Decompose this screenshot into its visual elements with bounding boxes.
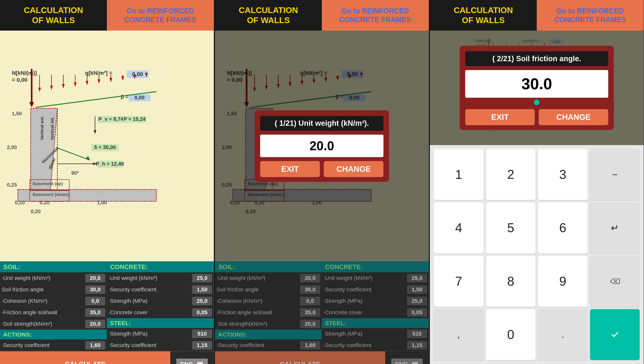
concrete-row-2: ·Strength (MPa) 25,0	[107, 295, 214, 307]
steel-value-row-0[interactable]: 510	[192, 330, 212, 338]
numpad-key-confirm[interactable]	[590, 309, 640, 360]
svg-text:2,00: 2,00	[7, 144, 17, 150]
numpad-key-2[interactable]: 2	[486, 149, 536, 200]
soil-value-row-0[interactable]: 20,0	[85, 274, 105, 282]
goto-frames-btn-1[interactable]: Go to REINFORCEDCONCRETE FRAMES	[107, 0, 214, 30]
app-title-3: CALCULATIONOF WALLS	[430, 0, 537, 30]
concrete-label-row-1: ·Security coefficient.	[108, 286, 192, 293]
panel-3-header: CALCULATIONOF WALLS Go to REINFORCEDCONC…	[430, 0, 643, 30]
numpad-key-5[interactable]: 5	[486, 202, 536, 253]
steel-row-2-0: ·Strength (MPa) 510	[322, 328, 429, 340]
numpad-row-4: , 0 .	[434, 309, 640, 360]
concrete-label-2: CONCRETE:	[325, 263, 363, 271]
soil-value-row-3[interactable]: 35,0	[85, 308, 105, 316]
numpad-key-8[interactable]: 8	[486, 256, 536, 307]
svg-text:δ = 35,00: δ = 35,00	[94, 144, 116, 150]
svg-text:0,25: 0,25	[7, 182, 17, 188]
svg-text:0,00: 0,00	[135, 94, 145, 100]
svg-text:= 0,00: = 0,00	[12, 77, 28, 83]
soil-row-2-4: ·Soil strength(kN/m²) 20,0	[215, 318, 321, 330]
data-area-2: SOIL: CONCRETE: ·Unit weight (kN/m³) 20,…	[215, 261, 429, 364]
numpad-key-enter[interactable]: ↵	[590, 202, 640, 253]
actions-header-2: ACTIONS:	[215, 330, 321, 340]
concrete-label-1: CONCRETE:	[110, 263, 148, 271]
soil-label-row-1: Soil friction angle	[2, 286, 85, 293]
numpad-row-3: 7 8 9	[434, 256, 640, 307]
numpad-key-dot[interactable]: .	[538, 309, 588, 360]
soil-row-2-2: ·Cohesion (KN/m²) 0,0	[215, 295, 321, 307]
steel-row-2-1: ·Security coefficient 1,15	[322, 340, 429, 351]
app-title-1: CALCULATIONOF WALLS	[0, 0, 107, 30]
concrete-value-row-1[interactable]: 1,50	[192, 286, 212, 294]
panel-2-header: CALCULATIONOF WALLS Go to REINFORCEDCONC…	[215, 0, 429, 30]
numpad-key-comma[interactable]: ,	[434, 309, 484, 360]
soil-row-3: ·Friction angle soil/wall 35,0	[0, 307, 107, 318]
goto-frames-label-2: Go to REINFORCEDCONCRETE FRAMES	[339, 7, 411, 24]
numpad-key-4[interactable]: 4	[434, 202, 484, 253]
calculate-btn-2[interactable]: CALCULATE	[215, 351, 385, 364]
modal-exit-btn-3[interactable]: EXIT	[465, 109, 535, 125]
modal-buttons-3: EXIT CHANGE	[465, 109, 608, 125]
wall-diagram-1: N[kN/(m)] = 0,00 q[kN/m²] = 0,00 β = 0,0…	[0, 30, 214, 261]
app-title-text-2: CALCULATIONOF WALLS	[239, 5, 298, 25]
numpad-key-7[interactable]: 7	[434, 256, 484, 307]
concrete-value-row-2[interactable]: 25,0	[192, 297, 212, 305]
soil-label-row-4: ·Soil strength(kN/m²)	[2, 321, 85, 327]
soil-row-2-0: ·Unit weight (kN/m³) 20,0	[215, 272, 321, 284]
svg-text:P = 15,24: P = 15,24	[123, 116, 146, 122]
numpad-key-minus[interactable]: −	[590, 149, 640, 200]
numpad-key-1[interactable]: 1	[434, 149, 484, 200]
modal-title-2: ( 1/21) Unit weight (kN/m³).	[260, 116, 384, 131]
numpad-key-3[interactable]: 3	[538, 149, 588, 200]
modal-exit-btn-2[interactable]: EXIT	[260, 161, 320, 177]
concrete-row-3: ·Concrete cover 0,05	[107, 307, 214, 318]
goto-frames-label-1: Go to REINFORCEDCONCRETE FRAMES	[124, 7, 196, 24]
concrete-value-row-3[interactable]: 0,05	[192, 308, 212, 316]
modal-buttons-2: EXIT CHANGE	[260, 161, 384, 177]
numpad-key-0[interactable]: 0	[486, 309, 536, 360]
steel-row-0: ·Strength (MPa) 510	[107, 328, 214, 340]
soil-row-2-3: ·Friction angle soil/wall 35,0	[215, 307, 321, 318]
svg-text:0,20: 0,20	[40, 200, 50, 206]
modal-title-3: ( 2/21) Soil friction angle.	[465, 51, 608, 66]
soil-value-row-4[interactable]: 20,0	[85, 320, 105, 328]
data-rows-2: ·Unit weight (kN/m³) 20,0 Soil friction …	[215, 272, 429, 351]
numpad-key-6[interactable]: 6	[538, 202, 588, 253]
modal-change-btn-2[interactable]: CHANGE	[324, 161, 384, 177]
eng-btn-2[interactable]: ENG. 📖	[391, 359, 423, 364]
actions-value-row-0[interactable]: 1,60	[85, 341, 105, 350]
concrete-col-2: ·Unit weight (kN/m³) 25,0 ·Security coef…	[322, 272, 429, 351]
goto-frames-label-3: Go to REINFORCEDCONCRETE FRAMES	[554, 7, 626, 24]
calculate-btn-1[interactable]: CALCULATE	[0, 351, 170, 364]
concrete-row-0: ·Unit weight (kN/m³) 25,0	[107, 272, 214, 284]
svg-text:Basement (down): Basement (down)	[33, 192, 69, 197]
steel-row-1: ·Security coefficient 1,15	[107, 340, 214, 351]
bottom-section-1: CALCULATE ENG. 📖	[0, 351, 214, 364]
steel-value-row-1[interactable]: 1,15	[192, 341, 212, 350]
numpad-area: 1 2 3 − 4 5 6 ↵ 7 8 9 , 0 .	[430, 145, 643, 364]
steel-label-row-0: ·Strength (MPa)	[108, 331, 192, 337]
steel-header-2: STEEL:	[322, 318, 429, 328]
eng-btn-1[interactable]: ENG. 📖	[176, 359, 208, 364]
app-title-text-3: CALCULATIONOF WALLS	[454, 5, 513, 25]
modal-change-btn-3[interactable]: CHANGE	[539, 109, 608, 125]
concrete-row-2-0: ·Unit weight (kN/m³) 25,0	[322, 272, 429, 284]
goto-frames-btn-3[interactable]: Go to REINFORCEDCONCRETE FRAMES	[537, 0, 643, 30]
concrete-value-row-0[interactable]: 25,0	[192, 274, 212, 282]
concrete-header-2: CONCRETE:	[322, 261, 429, 272]
soil-value-row-1[interactable]: 30,0	[85, 286, 105, 294]
concrete-header-1: CONCRETE:	[107, 261, 214, 272]
numpad-key-9[interactable]: 9	[538, 256, 588, 307]
diagram-area-1: N[kN/(m)] = 0,00 q[kN/m²] = 0,00 β = 0,0…	[0, 30, 214, 261]
soil-value-row-2[interactable]: 0,0	[85, 297, 105, 305]
soil-header-1: SOIL:	[0, 261, 107, 272]
soil-row-0: ·Unit weight (kN/m³) 20,0	[0, 272, 107, 284]
modal-value-3: 30.0	[465, 70, 608, 98]
concrete-row-1: ·Security coefficient. 1,50	[107, 284, 214, 295]
svg-text:P_h = 12,49: P_h = 12,49	[96, 161, 124, 167]
modal-box-2: ( 1/21) Unit weight (kN/m³). 20.0 EXIT C…	[255, 110, 389, 182]
goto-frames-btn-2[interactable]: Go to REINFORCEDCONCRETE FRAMES	[322, 0, 429, 30]
svg-text:β =: β =	[121, 94, 128, 100]
numpad-key-backspace[interactable]	[590, 256, 640, 307]
soil-label-row-2: ·Cohesion (KN/m²)	[2, 298, 85, 304]
